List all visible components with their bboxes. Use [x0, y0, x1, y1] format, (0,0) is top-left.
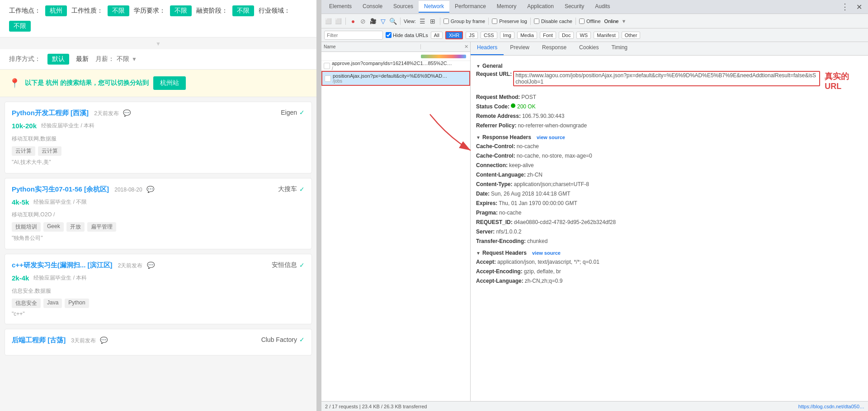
- request-item-2-row: positionAjax.json?px=default&city=%E6%9D…: [325, 73, 467, 84]
- industry-value[interactable]: 不限: [9, 21, 31, 32]
- sort-latest[interactable]: 最新: [76, 55, 89, 63]
- work-location-value[interactable]: 杭州: [45, 5, 67, 16]
- tab-application[interactable]: Application: [522, 1, 559, 13]
- job-salary-3: 2k-4k: [12, 273, 29, 286]
- response-headers-view-source[interactable]: view source: [537, 135, 565, 140]
- resp-header-key: Cache-Control:: [476, 142, 515, 150]
- job-title-2: Python实习生07-01-56 [余杭区]: [12, 185, 111, 193]
- filter-xhr[interactable]: XHR: [445, 31, 463, 39]
- devtools-more-button[interactable]: ⋮: [837, 2, 853, 12]
- job-quote-1: "AI,技术大牛,美": [12, 159, 305, 166]
- job-card-2[interactable]: Python实习生07-01-56 [余杭区] 2018-08-20 💬 大搜车…: [5, 178, 312, 250]
- job-type-value[interactable]: 不限: [108, 5, 129, 16]
- request-name-group-1: approve.json?companyIds=162148%2C1…855%2…: [332, 61, 468, 71]
- dock-left-icon[interactable]: ⬜: [324, 17, 332, 25]
- request-item-1[interactable]: approve.json?companyIds=162148%2C1…855%2…: [321, 61, 470, 71]
- request-url-key: Request URL:: [476, 71, 512, 77]
- dock-bottom-icon[interactable]: ⬜: [334, 17, 342, 25]
- camera-button[interactable]: 🎥: [369, 17, 377, 25]
- location-text: 以下是 杭州 的搜索结果，您可以切换分站到: [25, 79, 149, 87]
- filter-manifest[interactable]: Manifest: [594, 32, 619, 39]
- scrollbar[interactable]: [316, 0, 321, 411]
- response-header-row: Pragma:no-cache: [476, 209, 863, 217]
- request-headers-list: Accept:application/json, text/javascript…: [476, 258, 863, 285]
- response-headers-section-header: ▼ Response Headers view source: [476, 134, 863, 140]
- devtools-settings-icon[interactable]: ✕: [853, 3, 866, 11]
- tag-flat: 扁平管理: [87, 222, 116, 232]
- hide-data-urls-checkbox[interactable]: [386, 32, 392, 38]
- filter-js[interactable]: JS: [466, 32, 478, 39]
- location-switch-button[interactable]: 杭州站: [153, 76, 186, 90]
- filter-other[interactable]: Other: [622, 32, 641, 39]
- network-toolbar: ⬜ ⬜ ● ⊘ 🎥 ▽ 🔍 View: ☰ ⊞ Group by frame P…: [321, 14, 868, 28]
- filter-css[interactable]: CSS: [481, 32, 497, 39]
- request-method-key: Request Method:: [476, 93, 520, 101]
- job-card-3[interactable]: c++研发实习生(漏洞扫... [滨江区] 2天前发布 💬 安恒信息 ✓ 2k-…: [5, 254, 312, 324]
- filter-button[interactable]: ▽: [379, 17, 387, 25]
- filter-all[interactable]: All: [431, 32, 443, 39]
- sort-default[interactable]: 默认: [47, 54, 69, 65]
- request-name-2: positionAjax.json?px=default&city=%E6%9D…: [333, 73, 467, 79]
- job-list: Python开发工程师 [西溪] 2天前发布 💬 Eigen ✓ 10k-20k…: [0, 97, 316, 411]
- request-checkbox-1[interactable]: [324, 63, 330, 69]
- salary-value: 不限: [117, 55, 129, 63]
- filter-media[interactable]: Media: [517, 32, 537, 39]
- job-card-1[interactable]: Python开发工程师 [西溪] 2天前发布 💬 Eigen ✓ 10k-20k…: [5, 102, 312, 173]
- request-headers-view-source[interactable]: view source: [532, 250, 561, 256]
- job-card-4[interactable]: 后端工程师 [古荡] 3天前发布 💬 Club Factory ✓: [5, 329, 312, 355]
- tab-network[interactable]: Network: [419, 1, 449, 13]
- funding-value[interactable]: 不限: [232, 5, 254, 16]
- response-header-row: Transfer-Encoding:chunked: [476, 237, 863, 245]
- chat-icon-1: 💬: [123, 109, 131, 117]
- view-large-icon[interactable]: ⊞: [429, 17, 437, 25]
- network-status-bar: 2 / 17 requests | 23.4 KB / 26.3 KB tran…: [321, 401, 868, 411]
- tab-security[interactable]: Security: [559, 1, 590, 13]
- response-header-row: Connection:keep-alive: [476, 161, 863, 169]
- education-value[interactable]: 不限: [170, 5, 192, 16]
- response-headers-list: Cache-Control:no-cacheCache-Control:no-c…: [476, 142, 863, 245]
- resp-header-val: application/json;charset=UTF-8: [514, 180, 589, 188]
- record-button[interactable]: ●: [349, 17, 357, 25]
- tag-training: 技能培训: [12, 222, 41, 232]
- job-salary-row-3: 2k-4k 经验应届毕业生 / 本科: [12, 273, 305, 286]
- detail-tab-timing[interactable]: Timing: [605, 42, 634, 55]
- request-item-2[interactable]: positionAjax.json?px=default&city=%E6%9D…: [321, 71, 470, 86]
- req-header-val: gzip, deflate, br: [524, 267, 561, 276]
- detail-tab-headers[interactable]: Headers: [471, 42, 504, 55]
- filter-ws[interactable]: WS: [576, 32, 591, 39]
- filter-input[interactable]: [324, 31, 383, 40]
- detail-tab-cookies[interactable]: Cookies: [573, 42, 605, 55]
- stop-button[interactable]: ⊘: [359, 17, 367, 25]
- online-dropdown-icon[interactable]: ▼: [621, 19, 626, 24]
- request-url-value[interactable]: https://www.lagou.com/jobs/positionAjax.…: [513, 71, 820, 86]
- filter-font[interactable]: Font: [540, 32, 556, 39]
- response-headers-label: Response Headers: [482, 134, 531, 140]
- tab-console[interactable]: Console: [357, 1, 388, 13]
- filter-doc[interactable]: Doc: [559, 32, 574, 39]
- offline-checkbox[interactable]: [579, 19, 585, 24]
- request-name-1: approve.json?companyIds=162148%2C1…855%2…: [332, 61, 468, 66]
- detail-tab-response[interactable]: Response: [536, 42, 573, 55]
- response-header-row: Expires:Thu, 01 Jan 1970 00:00:00 GMT: [476, 199, 863, 207]
- filter-img[interactable]: Img: [500, 32, 514, 39]
- tab-memory[interactable]: Memory: [491, 1, 522, 13]
- verified-icon-4: ✓: [299, 336, 305, 343]
- general-triangle-icon: ▼: [476, 64, 481, 69]
- resp-header-val: no-cache, no-store, max-age=0: [517, 152, 592, 160]
- view-list-icon[interactable]: ☰: [419, 17, 427, 25]
- disable-cache-checkbox[interactable]: [534, 19, 539, 24]
- detail-tab-preview[interactable]: Preview: [504, 42, 536, 55]
- search-button[interactable]: 🔍: [389, 17, 397, 25]
- online-label: Online: [604, 19, 619, 24]
- tab-performance[interactable]: Performance: [449, 1, 491, 13]
- preserve-log-checkbox[interactable]: [492, 19, 497, 24]
- status-code-value: 200 OK: [517, 103, 536, 111]
- tab-sources[interactable]: Sources: [388, 1, 419, 13]
- dropdown-arrow-icon[interactable]: ▼: [132, 56, 137, 62]
- job-title-3: c++研发实习生(漏洞扫... [滨江区]: [12, 261, 114, 269]
- group-frame-checkbox[interactable]: [443, 19, 449, 24]
- request-checkbox-2[interactable]: [325, 75, 331, 82]
- tab-audits[interactable]: Audits: [590, 1, 615, 13]
- tab-elements[interactable]: Elements: [324, 1, 357, 13]
- close-panel-icon[interactable]: ✕: [462, 44, 470, 50]
